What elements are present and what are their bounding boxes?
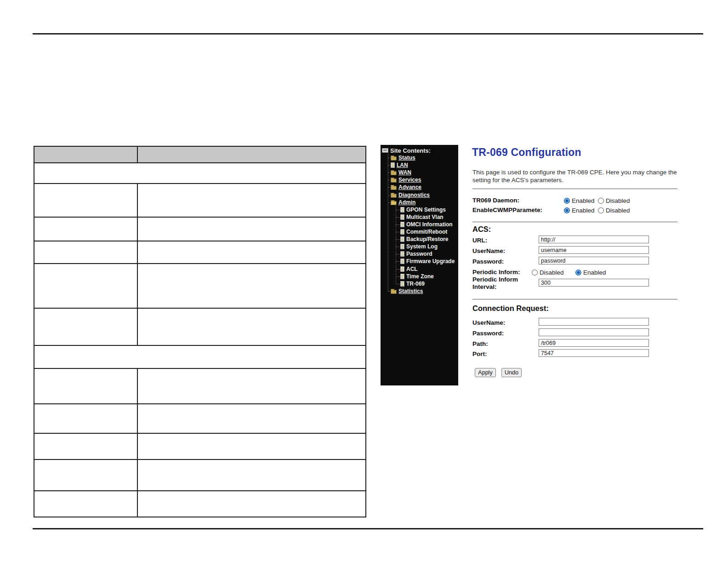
table-row [34, 369, 365, 404]
sidebar-item-tr-069[interactable]: TR-069 [400, 280, 425, 287]
interval-label-line1: Periodic Inform [472, 276, 518, 283]
table-cell [34, 491, 138, 517]
sidebar-item-multicast-vlan[interactable]: Multicast Vlan [400, 213, 444, 221]
doc-icon [400, 274, 404, 279]
sidebar-item-acl[interactable]: ACL [400, 265, 418, 273]
table-row [34, 184, 365, 218]
sidebar-item-time-zone[interactable]: Time Zone [400, 273, 434, 280]
acs-heading: ACS: [472, 225, 491, 234]
cr-port-input[interactable] [539, 349, 649, 357]
sidebar-item-label: Time Zone [406, 273, 434, 280]
periodic-inform-interval-input[interactable] [539, 279, 649, 287]
cr-password-input[interactable] [539, 328, 649, 336]
acs-url-input[interactable] [539, 236, 649, 243]
periodic-inform-disabled-radio[interactable] [532, 270, 538, 276]
cr-path-input[interactable] [539, 339, 649, 347]
table-row [34, 434, 365, 460]
folder-icon [391, 178, 397, 183]
table-row [34, 309, 365, 346]
sidebar-item-status[interactable]: Status [391, 154, 415, 161]
sidebar-item-label: Status [398, 155, 415, 161]
sidebar-item-services[interactable]: Services [391, 176, 421, 184]
sidebar-item-lan[interactable]: LAN [391, 161, 408, 169]
acs-username-input[interactable] [539, 246, 649, 254]
folder-icon [391, 290, 397, 294]
table-cell [34, 309, 138, 345]
table-row [34, 264, 365, 309]
sidebar-item-gpon-settings[interactable]: GPON Settings [400, 206, 446, 213]
enable-cwmp-enabled-radio[interactable] [564, 207, 570, 213]
sidebar-item-admin[interactable]: Admin [391, 199, 415, 206]
page-title: TR-069 Configuration [472, 146, 581, 159]
table-cell [138, 404, 365, 433]
tr069-daemon-disabled-radio[interactable] [598, 198, 604, 204]
sidebar-item-diagnostics[interactable]: Diagnostics [391, 191, 430, 199]
doc-icon [400, 259, 404, 264]
monitor-icon [382, 148, 388, 153]
table-cell [34, 404, 138, 433]
cr-username-input[interactable] [539, 318, 649, 326]
sidebar-item-label: TR-069 [406, 281, 425, 287]
doc-icon [400, 281, 404, 287]
doc-icon [400, 236, 404, 242]
sidebar-item-statistics[interactable]: Statistics [391, 287, 423, 295]
table-cell [34, 147, 138, 162]
folder-icon [391, 156, 397, 161]
undo-button[interactable]: Undo [501, 368, 522, 377]
doc-icon [400, 251, 404, 257]
doc-icon [400, 244, 404, 249]
sidebar-item-label: WAN [398, 169, 411, 176]
table-row [34, 404, 365, 434]
sidebar-item-wan[interactable]: WAN [391, 169, 411, 176]
table-cell [138, 218, 365, 241]
separator [472, 189, 677, 189]
doc-icon [400, 207, 404, 213]
tree-connector-main [388, 154, 388, 291]
sidebar-item-omci-information[interactable]: OMCI Information [400, 221, 453, 228]
sidebar-item-advance[interactable]: Advance [391, 184, 421, 191]
apply-button[interactable]: Apply [475, 368, 496, 377]
table-cell [34, 184, 138, 217]
periodic-inform-enabled-radio[interactable] [575, 270, 581, 276]
sidebar-item-label: Multicast Vlan [406, 214, 444, 220]
tr069-daemon-enabled-radio[interactable] [564, 198, 570, 204]
interval-label-line2: Interval: [472, 283, 497, 290]
sidebar-item-label: Backup/Restore [406, 236, 448, 242]
table-cell [34, 460, 138, 490]
table-cell [138, 369, 365, 403]
acs-password-input[interactable] [539, 257, 649, 264]
sidebar-item-label: ACL [406, 266, 418, 272]
sidebar-item-label: System Log [406, 243, 438, 250]
sidebar-item-commit-reboot[interactable]: Commit/Reboot [400, 228, 447, 236]
sidebar-item-label: OMCI Information [406, 221, 453, 228]
sidebar-item-system-log[interactable]: System Log [400, 243, 438, 250]
sidebar-item-label: Firmware Upgrade [406, 258, 455, 264]
doc-icon [400, 266, 404, 272]
bottom-rule [33, 528, 703, 529]
sidebar-item-label: Services [398, 177, 421, 183]
table-row [34, 241, 365, 264]
periodic-inform-label: Periodic Inform: [472, 269, 520, 276]
table-cell [138, 241, 365, 263]
sidebar-item-backup-restore[interactable]: Backup/Restore [400, 236, 448, 243]
table-cell [34, 241, 138, 263]
folder-icon [391, 194, 397, 198]
periodic-inform-enabled-label: Enabled [583, 269, 606, 276]
enable-cwmp-disabled-label: Disabled [606, 207, 630, 214]
doc-icon [400, 214, 404, 220]
folder-open-icon [391, 201, 397, 205]
cr-path-label: Path: [472, 340, 488, 347]
sidebar-item-label: Admin [398, 199, 415, 206]
cr-password-label: Password: [472, 330, 504, 337]
acs-url-label: URL: [472, 237, 487, 244]
sidebar-item-label: GPON Settings [406, 207, 446, 213]
table-cell [34, 369, 138, 403]
sidebar-item-password[interactable]: Password [400, 250, 432, 258]
separator [472, 222, 677, 222]
enable-cwmp-disabled-radio[interactable] [598, 207, 604, 213]
table-row [34, 491, 365, 517]
sidebar-item-label: Diagnostics [398, 192, 430, 198]
manual-page: { "document": { "table": { "rows": [ {"k… [0, 0, 728, 563]
page-description-line1: This page is used to configure the TR-06… [472, 169, 677, 176]
sidebar-item-firmware-upgrade[interactable]: Firmware Upgrade [400, 258, 455, 265]
